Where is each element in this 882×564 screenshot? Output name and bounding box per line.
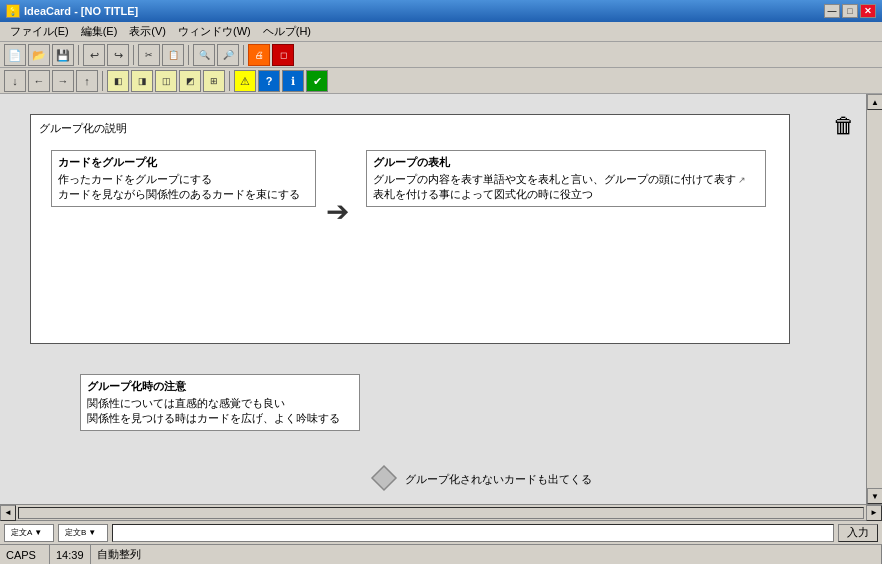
menu-window[interactable]: ウィンドウ(W) (172, 22, 257, 41)
text-input[interactable] (112, 524, 834, 542)
sep1 (78, 45, 79, 65)
menu-bar: ファイル(E) 編集(E) 表示(V) ウィンドウ(W) ヘルプ(H) (0, 22, 882, 42)
question-button[interactable]: ? (258, 70, 280, 92)
copy-button[interactable]: 📋 (162, 44, 184, 66)
save-button[interactable]: 💾 (52, 44, 74, 66)
cut-button[interactable]: ✂ (138, 44, 160, 66)
menu-file[interactable]: ファイル(E) (4, 22, 75, 41)
search-button[interactable]: 🔍 (193, 44, 215, 66)
window-title: IdeaCard - [NO TITLE] (24, 5, 824, 17)
caution-title: グループ化時の注意 (87, 379, 353, 394)
menu-edit[interactable]: 編集(E) (75, 22, 124, 41)
menu-help[interactable]: ヘルプ(H) (257, 22, 317, 41)
right-group-box: グループの表札 グループの内容を表す単語や文を表札と言い、グループの頭に付けて表… (366, 150, 766, 207)
new-button[interactable]: 📄 (4, 44, 26, 66)
sep6 (229, 71, 230, 91)
nav-down-button[interactable]: ↓ (4, 70, 26, 92)
erase-button[interactable]: ◻ (272, 44, 294, 66)
scrollbar-bottom: ◄ ► (0, 504, 882, 520)
diamond-shape (370, 464, 398, 499)
right-group-line2: 表札を付ける事によって図式化の時に役立つ (373, 187, 759, 202)
sep2 (133, 45, 134, 65)
title-bar: 💡 IdeaCard - [NO TITLE] — □ ✕ (0, 0, 882, 22)
toolbar-1: 📄 📂 💾 ↩ ↪ ✂ 📋 🔍 🔎 🖨 ◻ (0, 42, 882, 68)
card-btn3[interactable]: ◫ (155, 70, 177, 92)
nav-up-button[interactable]: ↑ (76, 70, 98, 92)
arrow-right: ➔ (326, 195, 349, 228)
input-bar: 定文A ▼ 定文B ▼ 入力 (0, 520, 882, 544)
inner-card-line2: カードを見ながら関係性のあるカードを束にする (58, 187, 309, 202)
sep4 (243, 45, 244, 65)
window-controls: — □ ✕ (824, 4, 876, 18)
caps-indicator: CAPS (0, 545, 50, 564)
scroll-left-button[interactable]: ◄ (0, 505, 16, 521)
preset-dropdown-a[interactable]: 定文A ▼ (4, 524, 54, 542)
time-display: 14:39 (50, 545, 91, 564)
nav-left-button[interactable]: ← (28, 70, 50, 92)
maximize-button[interactable]: □ (842, 4, 858, 18)
undo-button[interactable]: ↩ (83, 44, 105, 66)
inner-card: カードをグループ化 作ったカードをグループにする カードを見ながら関係性のあるカ… (51, 150, 316, 207)
inner-card-title: カードをグループ化 (58, 155, 309, 170)
scroll-right-button[interactable]: ► (866, 505, 882, 521)
right-group-title: グループの表札 (373, 155, 759, 170)
auto-arrange-status: 自動整列 (91, 545, 882, 564)
app-icon: 💡 (6, 4, 20, 18)
outer-group-box: グループ化の説明 カードをグループ化 作ったカードをグループにする カードを見な… (30, 114, 790, 344)
card-btn2[interactable]: ◨ (131, 70, 153, 92)
sep5 (102, 71, 103, 91)
card-btn4[interactable]: ◩ (179, 70, 201, 92)
floating-label: グループ化されないカードも出てくる (405, 472, 592, 487)
caution-group-box: グループ化時の注意 関係性については直感的な感覚でも良い 関係性を見つける時はカ… (80, 374, 360, 431)
svg-marker-0 (372, 466, 396, 490)
card-btn5[interactable]: ⊞ (203, 70, 225, 92)
card-btn1[interactable]: ◧ (107, 70, 129, 92)
print-button[interactable]: 🖨 (248, 44, 270, 66)
sep3 (188, 45, 189, 65)
status-bar: CAPS 14:39 自動整列 (0, 544, 882, 564)
trash-icon[interactable]: 🗑 (830, 112, 858, 140)
inner-card-line1: 作ったカードをグループにする (58, 172, 309, 187)
scrollbar-right: ▲ ▼ (866, 94, 882, 504)
caution-line2: 関係性を見つける時はカードを広げ、よく吟味する (87, 411, 353, 426)
info-button[interactable]: ℹ (282, 70, 304, 92)
warn-button[interactable]: ⚠ (234, 70, 256, 92)
open-button[interactable]: 📂 (28, 44, 50, 66)
preset-dropdown-b[interactable]: 定文B ▼ (58, 524, 108, 542)
menu-view[interactable]: 表示(V) (123, 22, 172, 41)
submit-button[interactable]: 入力 (838, 524, 878, 542)
toolbar-2: ↓ ← → ↑ ◧ ◨ ◫ ◩ ⊞ ⚠ ? ℹ ✔ (0, 68, 882, 94)
check-button[interactable]: ✔ (306, 70, 328, 92)
outer-group-title: グループ化の説明 (39, 121, 781, 136)
scroll-up-button[interactable]: ▲ (867, 94, 882, 110)
redo-button[interactable]: ↪ (107, 44, 129, 66)
canvas-area[interactable]: 🗑 グループ化の説明 カードをグループ化 作ったカードをグループにする カードを… (0, 94, 866, 504)
close-button[interactable]: ✕ (860, 4, 876, 18)
scroll-down-button[interactable]: ▼ (867, 488, 882, 504)
caution-line1: 関係性については直感的な感覚でも良い (87, 396, 353, 411)
right-group-line1: グループの内容を表す単語や文を表札と言い、グループの頭に付けて表す↗ (373, 172, 759, 187)
minimize-button[interactable]: — (824, 4, 840, 18)
replace-button[interactable]: 🔎 (217, 44, 239, 66)
nav-right-button[interactable]: → (52, 70, 74, 92)
